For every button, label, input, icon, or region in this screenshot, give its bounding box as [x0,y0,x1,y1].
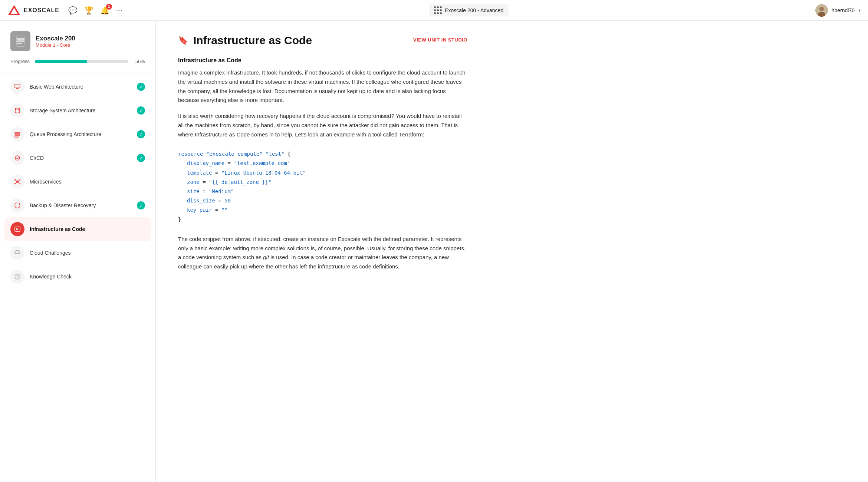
nav-check-backup-disaster: ✓ [137,201,145,209]
main-content: 🔖 Infrastructure as Code VIEW UNIT IN ST… [156,21,490,482]
sidebar: Exoscale 200 Module 1 - Core Progress 56… [0,21,156,482]
chat-icon[interactable]: 💬 [68,6,78,15]
progress-percentage: 56% [132,59,145,64]
paragraph-3: The code snippet from above, if executed… [178,235,467,271]
svg-rect-9 [15,84,20,88]
nav-label-basic-web: Basic Web Architecture [30,84,132,90]
trophy-icon[interactable]: 🏆 [84,6,93,15]
nav-icon-backup-disaster [10,198,24,212]
main-layout: Exoscale 200 Module 1 - Core Progress 56… [0,21,868,482]
code-block: resource "exoscale_compute" "test" { dis… [178,146,467,228]
svg-rect-13 [15,132,20,133]
nav-icon-basic-web [10,80,24,94]
more-icon[interactable]: ··· [116,6,122,14]
svg-text:?: ? [16,275,19,279]
notification-icon[interactable]: 🔔 1 [100,6,109,15]
nav-icon-queue-processing [10,127,24,141]
course-pill-label: Exoscale 200 - Advanced [445,7,503,13]
sidebar-divider [0,73,155,73]
grid-icon [434,6,442,14]
svg-rect-26 [15,227,20,231]
course-module: Module 1 - Core [36,42,75,48]
topnav-icons: 💬 🏆 🔔 1 ··· [68,6,122,15]
nav-icon-knowledge-check: ? [10,270,24,284]
nav-label-microservices: Microservices [30,179,145,185]
nav-icon-cloud-challenges [10,246,24,260]
nav-label-queue-processing: Queue Processing Architecture [30,131,132,137]
nav-label-backup-disaster: Backup & Disaster Recovery [30,202,132,208]
nav-label-cicd: CI/CD [30,155,132,161]
paragraph-2: It is also worth considering how recover… [178,112,467,139]
nav-check-queue-processing: ✓ [137,130,145,138]
nav-icon-microservices [10,175,24,189]
course-info: Exoscale 200 Module 1 - Core [36,35,75,48]
logo[interactable]: EXOSCALE [7,4,59,17]
content-header: 🔖 Infrastructure as Code VIEW UNIT IN ST… [178,34,467,47]
sidebar-item-queue-processing[interactable]: Queue Processing Architecture ✓ [0,122,155,146]
svg-rect-6 [16,40,25,42]
content-title-row: 🔖 Infrastructure as Code [178,34,312,47]
logo-text: EXOSCALE [24,7,59,14]
user-name: hberndl70 [832,7,855,13]
course-icon [10,31,30,51]
view-studio-link[interactable]: VIEW UNIT IN STUDIO [413,37,467,43]
nav-icon-iac [10,222,24,236]
svg-point-12 [15,108,20,110]
progress-bar-fill [35,60,87,63]
progress-bar-background [35,60,128,63]
svg-rect-15 [15,136,18,137]
sidebar-item-backup-disaster[interactable]: Backup & Disaster Recovery ✓ [0,194,155,217]
nav-label-knowledge-check: Knowledge Check [30,274,145,280]
bookmark-icon[interactable]: 🔖 [178,36,188,45]
course-title: Exoscale 200 [36,35,75,42]
svg-rect-14 [15,134,20,135]
top-navigation: EXOSCALE 💬 🏆 🔔 1 ··· Exoscale 200 - Adva… [0,0,868,21]
chevron-down-icon: ▾ [858,8,861,13]
content-title: Infrastructure as Code [193,34,312,47]
sidebar-course-header: Exoscale 200 Module 1 - Core [0,31,155,59]
user-menu[interactable]: hberndl70 ▾ [815,4,861,17]
sidebar-progress: Progress 56% [0,59,155,72]
nav-icon-cicd [10,151,24,165]
nav-check-cicd: ✓ [137,154,145,162]
nav-label-storage-system: Storage System Architecture [30,108,132,113]
sidebar-item-cicd[interactable]: CI/CD ✓ [0,146,155,170]
sidebar-item-cloud-challenges[interactable]: Cloud Challenges [0,241,155,265]
nav-icon-storage-system [10,103,24,118]
progress-label: Progress [10,59,31,64]
sidebar-item-microservices[interactable]: Microservices [0,170,155,194]
sidebar-item-storage-system[interactable]: Storage System Architecture ✓ [0,99,155,122]
notification-badge: 1 [106,4,112,10]
nav-label-cloud-challenges: Cloud Challenges [30,250,145,256]
topnav-center: Exoscale 200 - Advanced [128,4,809,16]
svg-point-3 [819,7,824,11]
course-pill[interactable]: Exoscale 200 - Advanced [429,4,509,16]
nav-check-storage-system: ✓ [137,106,145,115]
paragraph-1: Imagine a complex infrastructure. It too… [178,68,467,105]
nav-check-basic-web: ✓ [137,83,145,91]
nav-label-iac: Infrastructure as Code [30,226,145,232]
sidebar-item-knowledge-check[interactable]: ? Knowledge Check [0,265,155,288]
sidebar-item-iac[interactable]: Infrastructure as Code [4,217,151,241]
section-title: Infrastructure as Code [178,57,467,64]
user-avatar [815,4,828,17]
svg-rect-5 [16,38,25,40]
sidebar-item-basic-web[interactable]: Basic Web Architecture ✓ [0,75,155,99]
